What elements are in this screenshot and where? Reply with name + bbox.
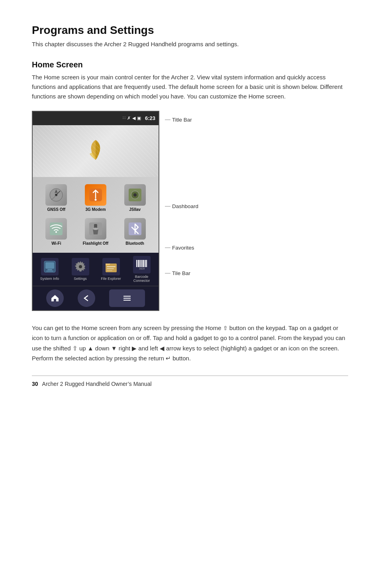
svg-rect-36 <box>123 300 131 301</box>
device-dashboard: GNSS Off 3G Modem <box>33 177 159 253</box>
svg-rect-7 <box>50 222 63 235</box>
x-icon: ✗ <box>127 116 131 121</box>
svg-point-11 <box>93 228 98 230</box>
gnss-icon <box>45 184 67 206</box>
signal-icon: ∷ <box>123 116 125 121</box>
device-titlebar: ∷ ✗ ◀ ▣ 6:23 <box>33 112 159 125</box>
favorites-label-entry: Favorites <box>165 234 198 262</box>
svg-rect-32 <box>146 260 147 267</box>
sysinfo-fav-label: System Info <box>40 277 59 281</box>
fileexplorer-icon <box>102 258 120 275</box>
svg-rect-20 <box>107 266 116 267</box>
home-arrow-icon: ⇧ <box>223 325 228 331</box>
svg-rect-35 <box>123 298 131 299</box>
svg-rect-22 <box>107 270 112 271</box>
settings-icon <box>72 258 89 275</box>
svg-rect-28 <box>142 260 142 267</box>
jsiav-label: JSIlav <box>129 207 141 212</box>
wifi-icon <box>45 218 67 240</box>
page-footer: 30 Archer 2 Rugged Handheld Owner’s Manu… <box>32 376 348 387</box>
svg-point-6 <box>133 193 137 197</box>
gadget-flashlight[interactable]: Flashlight Off <box>80 218 112 246</box>
svg-rect-27 <box>141 260 141 267</box>
dashboard-label-entry: Dashboard <box>165 179 198 234</box>
gnss-label: GNSS Off <box>47 207 66 212</box>
svg-point-8 <box>55 231 57 233</box>
fav-fileexp[interactable]: File Explorer <box>97 258 125 281</box>
bottom-text: You can get to the Home screen from any … <box>32 323 348 364</box>
svg-text:3820: 3820 <box>139 267 145 270</box>
fav-settings[interactable]: Settings <box>67 258 94 281</box>
device-row-2: Wi-Fi Flashlight Off <box>33 215 159 249</box>
jsiav-icon <box>124 184 146 206</box>
svg-rect-14 <box>45 262 54 269</box>
up-triangle-icon: ▲ <box>88 345 94 352</box>
svg-rect-16 <box>46 271 53 271</box>
gadget-modem[interactable]: 3G Modem <box>80 184 112 212</box>
bluetooth-icon <box>124 218 146 240</box>
gadget-bluetooth[interactable]: Bluetooth <box>119 218 151 246</box>
svg-rect-26 <box>140 260 140 267</box>
return-icon: ↵ <box>166 355 171 362</box>
spacer-bg <box>165 127 198 179</box>
svg-rect-15 <box>47 269 52 270</box>
intro-text: This chapter discusses the Archer 2 Rugg… <box>32 40 348 49</box>
settings-fav-label: Settings <box>74 277 87 281</box>
svg-rect-34 <box>123 296 131 297</box>
volume-icon: ◀ <box>132 116 135 121</box>
home-screen-description: The Home screen is your main control cen… <box>32 73 348 101</box>
barcode-icon: 3820 <box>133 256 151 273</box>
svg-point-3 <box>94 199 96 201</box>
home-screen-title: Home Screen <box>32 60 348 69</box>
titlebar-icons: ∷ ✗ ◀ ▣ <box>123 116 141 121</box>
svg-point-18 <box>79 265 82 268</box>
barcode-fav-label: Barcode Connector <box>128 275 156 283</box>
tilebar-label-entry: Tile Bar <box>165 262 198 285</box>
flashlight-icon <box>85 218 106 240</box>
up-arrow-icon: ⇧ <box>72 345 78 352</box>
footer-page-number: 30 <box>32 381 38 387</box>
device-screen: ∷ ✗ ◀ ▣ 6:23 <box>32 111 159 311</box>
svg-rect-30 <box>144 260 145 267</box>
tilebar-label-text: Tile Bar <box>172 270 190 276</box>
device-favorites: System Info Settings <box>33 253 159 286</box>
page-title: Programs and Settings <box>32 24 348 37</box>
battery-icon: ▣ <box>137 116 141 121</box>
footer-doc-title: Archer 2 Rugged Handheld Owner’s Manual <box>42 381 152 387</box>
right-triangle-icon: ▶ <box>132 345 137 352</box>
down-triangle-icon: ▼ <box>111 345 117 352</box>
gadget-gnss[interactable]: GNSS Off <box>40 184 72 212</box>
svg-rect-29 <box>143 260 144 267</box>
svg-rect-25 <box>138 260 139 267</box>
device-bg <box>33 125 159 177</box>
favorites-label-text: Favorites <box>172 245 194 251</box>
home-tile-btn[interactable] <box>46 289 64 307</box>
fileexplorer-fav-label: File Explorer <box>101 277 121 281</box>
left-triangle-icon: ◀ <box>160 345 165 352</box>
logo-svg <box>80 138 112 164</box>
svg-rect-21 <box>107 268 114 269</box>
modem-label: 3G Modem <box>85 207 106 212</box>
back-tile-btn[interactable] <box>78 289 95 307</box>
titlebar-label-text: Title Bar <box>172 117 192 123</box>
gadget-jsiav[interactable]: JSIlav <box>119 184 151 212</box>
device-area: ∷ ✗ ◀ ▣ 6:23 <box>32 111 348 311</box>
fav-barcode[interactable]: 3820 Barcode Connector <box>128 256 156 283</box>
device-row-1: GNSS Off 3G Modem <box>33 181 159 215</box>
wifi-label: Wi-Fi <box>51 241 61 246</box>
gadget-wifi[interactable]: Wi-Fi <box>40 218 72 246</box>
dashboard-label-text: Dashboard <box>172 203 198 209</box>
titlebar-label-entry: Title Bar <box>165 113 198 127</box>
svg-rect-23 <box>136 260 137 267</box>
menu-tile-btn[interactable] <box>109 289 145 307</box>
fav-sysinfo[interactable]: System Info <box>36 258 64 281</box>
sysinfo-icon <box>41 258 59 275</box>
modem-icon <box>85 184 106 206</box>
device-tilebar <box>33 286 159 310</box>
svg-rect-24 <box>137 260 138 267</box>
bluetooth-label: Bluetooth <box>125 241 144 246</box>
flashlight-label: Flashlight Off <box>83 241 108 246</box>
svg-rect-31 <box>145 260 146 267</box>
device-screen-wrapper: ∷ ✗ ◀ ▣ 6:23 <box>32 111 198 311</box>
titlebar-time: 6:23 <box>145 115 155 121</box>
